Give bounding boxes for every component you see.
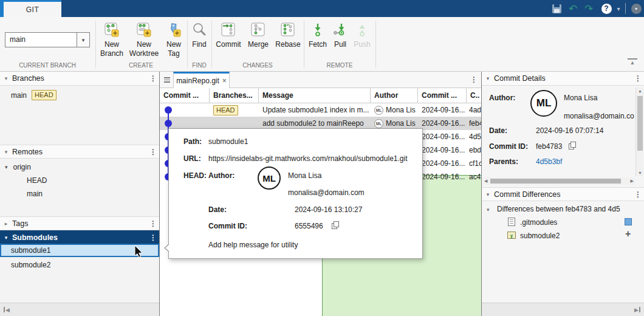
current-branch-combobox[interactable]: main ▾ (5, 32, 90, 47)
tabbar-menu-icon[interactable]: ⋮ (468, 75, 480, 84)
remote-item-main[interactable]: main (27, 187, 43, 200)
close-icon[interactable]: × (222, 77, 227, 85)
col-branches[interactable]: Branches... (210, 88, 259, 103)
rebase-button[interactable]: Rebase (273, 22, 303, 49)
sidebar-collapse-strip[interactable]: ◀ (0, 303, 159, 316)
submodule-icon: ɣ (507, 232, 516, 239)
new-worktree-button[interactable]: New Worktree (127, 22, 161, 58)
commit-button[interactable]: Commit (214, 22, 243, 49)
pull-button[interactable]: Pull (330, 22, 351, 49)
copy-icon[interactable] (569, 142, 575, 149)
commit-differences-menu-icon[interactable]: ⋮ (632, 190, 644, 199)
remotes-menu-icon[interactable]: ⋮ (147, 148, 159, 156)
commit-details-menu-icon[interactable]: ⋮ (632, 74, 644, 83)
pull-icon (332, 22, 348, 38)
tags-title: Tags (12, 219, 147, 228)
commit-differences-header[interactable]: ▾ Commit Differences ⋮ (482, 187, 644, 201)
scroll-left-icon[interactable]: ◀ (484, 179, 487, 184)
col-commit-id[interactable]: C.. (467, 88, 481, 103)
diff-file-submodule2[interactable]: submodule2 (520, 232, 560, 240)
col-commit-date[interactable]: Commit ... (418, 88, 467, 103)
tab-git[interactable]: GIT (4, 0, 61, 17)
added-status-icon: + (625, 228, 631, 239)
help-message: Add help message for utility (208, 241, 298, 249)
tab-mainrepo[interactable]: mainRepo.git × (173, 72, 230, 88)
chevron-down-icon: ▾ (0, 75, 12, 81)
branches-menu-icon[interactable]: ⋮ (147, 74, 159, 83)
table-row[interactable]: HEAD main Update submodule1 index in m..… (160, 103, 481, 117)
save-button[interactable] (549, 0, 564, 17)
col-commit-graph[interactable]: Commit ... (160, 88, 210, 103)
commit-icon (221, 22, 236, 38)
submodules-panel-header[interactable]: ▾ Submodules ⋮ (0, 230, 159, 244)
titlebar-separator (625, 3, 626, 14)
submodules-menu-icon[interactable]: ⋮ (147, 233, 159, 242)
scrollbar-thumb[interactable] (637, 96, 643, 151)
fetch-label: Fetch (309, 40, 327, 49)
save-icon (552, 4, 561, 13)
merge-button[interactable]: Merge (245, 22, 272, 49)
help-dropdown[interactable]: ▾ (614, 0, 623, 17)
help-icon: ? (601, 4, 612, 14)
scrollbar-thumb[interactable] (490, 179, 621, 184)
remote-item-head[interactable]: HEAD (27, 174, 47, 187)
avatar: ML (374, 119, 383, 128)
commit-details-header[interactable]: ▾ Commit Details ⋮ (482, 72, 644, 86)
branch-item-main[interactable]: main HEAD (11, 89, 57, 101)
rebase-icon (280, 22, 296, 38)
new-tag-icon (166, 22, 182, 38)
branches-panel-header[interactable]: ▾ Branches ⋮ (0, 72, 159, 86)
undo-button[interactable]: ↶ (566, 0, 580, 17)
help-button[interactable]: ? (599, 0, 614, 17)
search-icon (191, 22, 207, 38)
profile-menu-button[interactable]: ▾ (629, 0, 643, 17)
new-worktree-icon (136, 22, 152, 38)
date-value: 2024-09-16 13:10:27 (295, 205, 362, 214)
commit-details-title: Commit Details (494, 74, 632, 83)
horizontal-scrollbar[interactable]: ◀ ▶ (483, 177, 635, 185)
scroll-down-icon[interactable]: ▼ (636, 171, 644, 175)
pull-label: Pull (334, 40, 346, 49)
scroll-right-icon[interactable]: ▶ (631, 179, 634, 184)
chevron-down-icon: ▾ (482, 75, 494, 81)
author-name: Mona Lisa (564, 94, 597, 102)
scroll-up-icon[interactable]: ▲ (636, 89, 644, 93)
document-list-icon[interactable] (164, 77, 170, 84)
find-button[interactable]: Find (189, 22, 210, 49)
author-email: monalisa@domain.com (288, 188, 365, 197)
collapse-ribbon-button[interactable]: ▲ (628, 58, 637, 66)
combobox-dropdown-button[interactable]: ▾ (77, 33, 89, 47)
commit-id: ebd (469, 146, 481, 154)
redo-button[interactable]: ↷ (581, 0, 596, 17)
commit-message: Update submodule1 index in m... (262, 106, 369, 114)
new-tag-button[interactable]: New Tag (162, 22, 185, 58)
git-client-window: GIT ↶ ↷ ? ▾ ▾ main ▾ CURRENT BRANCH (0, 0, 644, 316)
remotes-panel-header[interactable]: ▾ Remotes ⋮ (0, 145, 159, 159)
collapse-up-icon: ▲ (628, 60, 637, 66)
avatar: ML (258, 167, 281, 190)
commit-id: cf1c (469, 159, 481, 168)
chevron-down-icon: ▾ (5, 164, 8, 170)
submodule-item-2[interactable]: submodule2 (11, 258, 50, 271)
submodules-title: Submodules (12, 233, 147, 242)
path-value: submodule1 (208, 137, 248, 146)
diff-file-gitmodules[interactable]: .gitmodules (520, 218, 557, 227)
toolstrip: main ▾ CURRENT BRANCH New Branch New Wor… (0, 17, 644, 72)
author-name: Mona Lisa (288, 171, 321, 180)
right-panel-collapse-strip[interactable]: ▶ (482, 303, 644, 316)
copy-icon[interactable] (332, 221, 338, 228)
commit-graph-node (165, 120, 172, 127)
new-branch-button[interactable]: New Branch (98, 22, 126, 58)
tags-panel-header[interactable]: ▸ Tags ⋮ (0, 216, 159, 230)
remote-item-origin[interactable]: ▾ origin (5, 160, 31, 173)
author-label: Author: (489, 94, 515, 102)
chevron-down-icon: ▾ (82, 37, 85, 43)
new-branch-label: New Branch (98, 40, 126, 58)
parent-commit-link[interactable]: 4d5b3bf (536, 157, 562, 166)
tags-menu-icon[interactable]: ⋮ (147, 219, 159, 228)
col-author[interactable]: Author (371, 88, 418, 103)
vertical-scrollbar[interactable]: ▲ ▼ (635, 88, 643, 176)
col-message[interactable]: Message (259, 88, 371, 103)
fetch-button[interactable]: Fetch (307, 22, 329, 49)
diff-tree-root[interactable]: Differences between feb4783 and 4d5 (497, 205, 640, 213)
